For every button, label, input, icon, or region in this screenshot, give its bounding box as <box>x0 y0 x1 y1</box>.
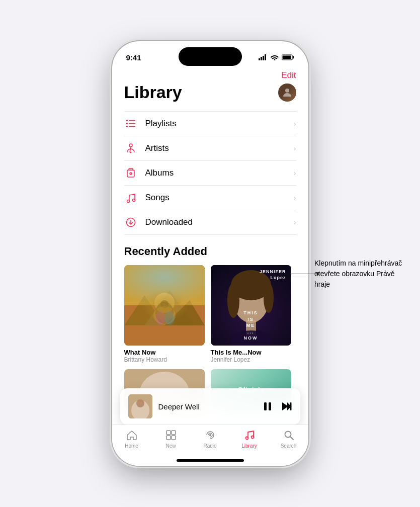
album-svg <box>125 167 136 179</box>
skip-forward-button[interactable] <box>281 401 292 412</box>
svg-rect-10 <box>126 123 128 124</box>
avatar-image <box>278 83 296 102</box>
albums-label: Albums <box>145 168 174 178</box>
svg-marker-28 <box>144 290 195 325</box>
svg-point-16 <box>130 152 131 153</box>
songs-label: Songs <box>145 193 170 203</box>
song-icon <box>124 192 137 203</box>
status-time: 9:41 <box>126 53 141 62</box>
mini-controls <box>262 401 292 412</box>
svg-point-14 <box>129 144 132 147</box>
svg-rect-56 <box>172 431 176 435</box>
svg-rect-18 <box>129 168 133 170</box>
svg-rect-50 <box>264 402 267 410</box>
tab-new[interactable]: New <box>151 429 191 449</box>
wifi-icon <box>271 54 279 60</box>
svg-point-61 <box>251 436 254 439</box>
library-menu-list: Playlists › A <box>124 111 296 235</box>
album-icon <box>124 167 137 179</box>
playlists-menu-item[interactable]: Playlists › <box>124 112 296 136</box>
download-svg <box>125 217 136 228</box>
status-icons <box>259 54 294 60</box>
album-art-1 <box>124 265 205 346</box>
mini-track-name: Deeper Well <box>158 402 262 411</box>
svg-rect-8 <box>126 120 128 121</box>
album-card-1[interactable]: What Now Brittany Howard <box>124 265 205 363</box>
tab-home[interactable]: Home <box>112 429 151 449</box>
main-content: Edit Library <box>112 66 308 409</box>
svg-rect-1 <box>261 57 262 60</box>
downloaded-left: Downloaded <box>124 217 193 228</box>
album-title-2: This Is Me...Now <box>211 349 291 356</box>
svg-point-33 <box>160 300 169 308</box>
tab-radio-label: Radio <box>203 443 216 449</box>
mini-art-svg <box>128 394 152 418</box>
downloaded-chevron: › <box>294 218 296 226</box>
svg-line-15 <box>130 147 131 152</box>
home-tab-icon <box>126 429 138 441</box>
svg-point-36 <box>164 311 175 325</box>
tab-home-label: Home <box>125 443 138 449</box>
albums-left: Albums <box>124 167 174 179</box>
svg-rect-30 <box>124 265 205 305</box>
svg-rect-5 <box>293 56 294 59</box>
svg-rect-6 <box>282 56 291 59</box>
artists-menu-item[interactable]: Artists › <box>124 136 296 161</box>
album-title-1: What Now <box>124 349 205 356</box>
playlist-icon <box>124 118 137 129</box>
scene: 9:41 <box>0 0 420 507</box>
playlists-left: Playlists <box>124 118 177 129</box>
svg-rect-0 <box>259 58 260 60</box>
skip-forward-icon <box>281 401 292 412</box>
svg-rect-57 <box>166 436 171 440</box>
library-tab-icon <box>243 429 256 441</box>
download-icon <box>124 217 137 228</box>
playlist-svg <box>125 118 136 129</box>
svg-rect-51 <box>269 402 271 410</box>
mini-player[interactable]: Deeper Well <box>120 388 300 425</box>
artists-label: Artists <box>145 143 169 153</box>
song-svg <box>125 192 136 203</box>
album-artist-1: Brittany Howard <box>124 356 205 363</box>
tab-library[interactable]: Library <box>230 429 269 449</box>
songs-chevron: › <box>294 194 296 202</box>
downloaded-menu-item[interactable]: Downloaded › <box>124 210 296 235</box>
jlo-title-text: THISISME...NOW <box>243 310 258 342</box>
page-title: Library <box>124 82 182 102</box>
svg-point-49 <box>136 399 144 407</box>
tab-library-label: Library <box>241 443 257 449</box>
pause-icon <box>262 401 273 412</box>
avatar-silhouette <box>281 87 293 99</box>
svg-point-59 <box>209 434 211 436</box>
svg-point-60 <box>245 437 248 440</box>
tab-search[interactable]: Search <box>269 429 308 449</box>
jlo-brand-text: JENNIFERLopez <box>260 269 286 281</box>
songs-menu-item[interactable]: Songs › <box>124 186 296 210</box>
downloaded-label: Downloaded <box>145 217 193 227</box>
dynamic-island <box>179 47 242 66</box>
radio-tab-icon <box>204 429 216 441</box>
avatar[interactable] <box>278 83 296 102</box>
album-card-2[interactable]: JENNIFERLopez THISISME...NOW This Is Me.… <box>211 265 291 363</box>
playlists-label: Playlists <box>145 119 177 129</box>
recently-added-title: Recently Added <box>124 245 296 258</box>
svg-rect-54 <box>290 402 292 410</box>
svg-point-22 <box>132 199 135 202</box>
artist-icon <box>124 143 137 154</box>
pause-button[interactable] <box>262 401 273 412</box>
mini-album-art <box>128 394 152 418</box>
tab-radio[interactable]: Radio <box>191 429 230 449</box>
songs-left: Songs <box>124 192 170 203</box>
playlists-chevron: › <box>294 120 296 128</box>
battery-icon <box>282 54 294 60</box>
album-art-2: JENNIFERLopez THISISME...NOW <box>211 265 291 346</box>
albums-chevron: › <box>294 169 296 177</box>
what-now-artwork <box>124 265 205 346</box>
edit-row: Edit <box>124 66 296 82</box>
svg-point-32 <box>155 302 174 324</box>
edit-button[interactable]: Edit <box>281 70 296 80</box>
svg-rect-55 <box>166 431 171 435</box>
artist-svg <box>125 143 136 154</box>
albums-menu-item[interactable]: Albums › <box>124 161 296 186</box>
svg-rect-2 <box>263 56 264 60</box>
